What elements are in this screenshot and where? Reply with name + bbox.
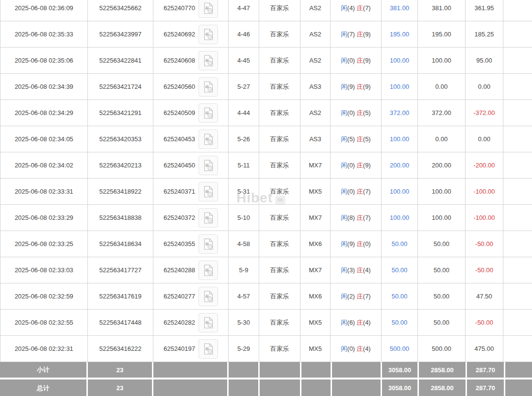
cell-extra <box>503 126 532 152</box>
video-replay-button[interactable] <box>199 156 218 175</box>
cell-bet-amount: 200.00 <box>382 152 418 179</box>
cell-result: 闲(0) 庄(7) <box>331 179 382 205</box>
cell-win-loss: -372.00 <box>466 100 503 126</box>
video-replay-button[interactable] <box>199 0 218 18</box>
cell-bet-time: 2025-06-08 02:34:02 <box>0 152 88 179</box>
video-replay-button[interactable] <box>199 287 218 306</box>
game-id-value: 625240355 <box>164 240 195 248</box>
result-xian-label: 闲 <box>341 31 347 38</box>
table-row: 2025-06-08 02:34:39 522563421724 6252405… <box>0 74 532 100</box>
result-zhuang-score: (7) <box>363 4 371 12</box>
bet-amount-link[interactable]: 195.00 <box>390 31 409 38</box>
bet-amount-link[interactable]: 100.00 <box>390 57 409 64</box>
bet-amount-link[interactable]: 50.00 <box>392 266 408 274</box>
cell-valid-amount: 100.00 <box>418 179 466 205</box>
table-row: 2025-06-08 02:35:06 522563422841 6252406… <box>0 48 532 74</box>
video-replay-button[interactable] <box>199 103 218 123</box>
video-replay-button[interactable] <box>199 261 218 280</box>
cell-bet-id: 522563417619 <box>88 283 153 310</box>
cell-extra <box>503 231 532 257</box>
result-zhuang-score: (0) <box>363 240 371 248</box>
cell-game-type: 百家乐 <box>259 283 300 310</box>
cell-game-type: 百家乐 <box>259 152 300 179</box>
cell-game-id: 625240288 <box>153 257 229 283</box>
cell-win-loss: 47.50 <box>466 283 503 310</box>
subtotal-valid-amount: 2858.00 <box>419 362 466 378</box>
table-row: 2025-06-08 02:34:05 522563420353 6252404… <box>0 126 532 152</box>
cell-game-type: 百家乐 <box>259 100 300 126</box>
video-file-icon <box>202 343 215 355</box>
cell-game-type: 百家乐 <box>259 126 300 152</box>
result-zhuang-score: (5) <box>363 109 371 116</box>
cell-game-id: 625240453 <box>153 126 229 152</box>
result-xian-label: 闲 <box>341 4 347 12</box>
game-id-value: 625240692 <box>164 31 195 38</box>
cell-game-type: 百家乐 <box>259 21 300 48</box>
video-file-icon <box>202 264 215 277</box>
total-label: 总计 <box>0 380 86 396</box>
cell-bet-id: 522563422841 <box>88 48 153 74</box>
table-row: 2025-06-08 02:32:55 522563417448 6252402… <box>0 310 532 336</box>
video-file-icon <box>202 159 215 172</box>
bet-amount-link[interactable]: 50.00 <box>392 293 408 300</box>
cell-extra <box>503 21 532 48</box>
game-id-value: 625240450 <box>164 162 195 169</box>
subtotal-empty <box>301 362 331 378</box>
cell-valid-amount: 50.00 <box>418 283 466 310</box>
video-replay-button[interactable] <box>199 182 218 201</box>
cell-result: 闲(7) 庄(9) <box>331 21 382 48</box>
result-xian-label: 闲 <box>341 266 347 274</box>
cell-game-id: 625240282 <box>153 310 229 336</box>
cell-valid-amount: 100.00 <box>418 48 466 74</box>
cell-extra <box>503 48 532 74</box>
bet-amount-link[interactable]: 100.00 <box>390 83 409 90</box>
cell-win-loss: 95.00 <box>466 48 503 74</box>
subtotal-empty <box>229 362 258 378</box>
cell-result: 闲(3) 庄(4) <box>331 257 382 283</box>
total-win-loss: 287.70 <box>467 380 504 396</box>
cell-bet-amount: 50.00 <box>382 257 418 283</box>
video-replay-button[interactable] <box>199 25 218 44</box>
cell-game-id: 625240355 <box>153 231 229 257</box>
cell-win-loss: 361.95 <box>466 0 503 21</box>
cell-result: 闲(6) 庄(4) <box>331 310 382 336</box>
bet-amount-link[interactable]: 200.00 <box>390 162 409 169</box>
bet-amount-link[interactable]: 50.00 <box>392 319 408 326</box>
video-file-icon <box>202 54 215 67</box>
cell-bet-time: 2025-06-08 02:33:31 <box>0 179 88 205</box>
video-replay-button[interactable] <box>199 313 218 332</box>
video-replay-button[interactable] <box>199 339 218 359</box>
result-zhuang-label: 庄 <box>357 83 363 90</box>
bet-amount-link[interactable]: 100.00 <box>390 135 409 143</box>
cell-bet-time: 2025-06-08 02:34:29 <box>0 100 88 126</box>
cell-bet-id: 522563420213 <box>88 152 153 179</box>
bet-amount-link[interactable]: 100.00 <box>390 188 409 195</box>
result-zhuang-label: 庄 <box>357 214 363 221</box>
cell-bet-time: 2025-06-08 02:35:06 <box>0 48 88 74</box>
cell-bet-time: 2025-06-08 02:34:39 <box>0 74 88 100</box>
cell-room: MX7 <box>300 152 331 179</box>
bet-amount-link[interactable]: 500.00 <box>390 345 409 352</box>
bet-amount-link[interactable]: 50.00 <box>392 240 408 248</box>
bet-amount-link[interactable]: 372.00 <box>390 109 409 116</box>
video-replay-button[interactable] <box>199 234 218 254</box>
result-xian-score: (0) <box>347 109 355 116</box>
cell-bet-id: 522563420353 <box>88 126 153 152</box>
subtotal-empty <box>153 362 227 378</box>
bet-amount-link[interactable]: 381.00 <box>390 4 409 12</box>
bet-amount-link[interactable]: 100.00 <box>390 214 409 221</box>
video-replay-button[interactable] <box>199 208 218 228</box>
video-replay-button[interactable] <box>199 77 218 97</box>
video-replay-button[interactable] <box>199 130 218 149</box>
cell-game-id: 625240277 <box>153 283 229 310</box>
cell-table-seat: 5-10 <box>229 205 259 231</box>
cell-win-loss: 0.00 <box>466 74 503 100</box>
cell-bet-time: 2025-06-08 02:33:29 <box>0 205 88 231</box>
cell-room: MX7 <box>300 257 331 283</box>
video-replay-button[interactable] <box>199 51 218 70</box>
subtotal-win-loss: 287.70 <box>467 362 504 378</box>
cell-win-loss: 0.00 <box>466 126 503 152</box>
result-xian-score: (0) <box>347 57 355 64</box>
result-zhuang-label: 庄 <box>357 319 363 326</box>
cell-valid-amount: 372.00 <box>418 100 466 126</box>
